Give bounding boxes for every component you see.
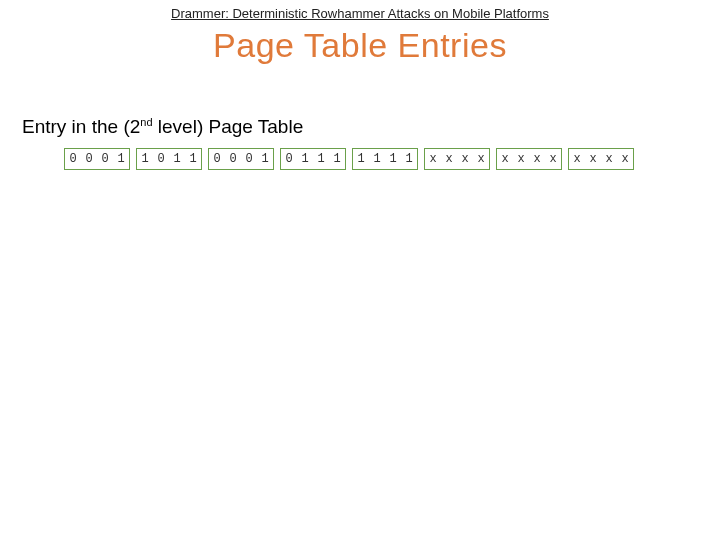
heading-text-2: level) Page Table (153, 116, 304, 137)
bit-cell: 0 (153, 149, 169, 169)
bit-cell: 0 (281, 149, 297, 169)
bit-cell: 1 (169, 149, 185, 169)
bit-cell: 1 (297, 149, 313, 169)
bit-cell: x (569, 149, 585, 169)
bit-cell: 1 (353, 149, 369, 169)
slide: Drammer: Deterministic Rowhammer Attacks… (0, 0, 720, 540)
bit-cell: x (513, 149, 529, 169)
bit-cell: 0 (97, 149, 113, 169)
bit-cell: x (545, 149, 561, 169)
bit-cell: x (617, 149, 633, 169)
bit-group: x x x x (496, 148, 562, 170)
bit-cell: 1 (385, 149, 401, 169)
heading-sup: nd (140, 116, 152, 128)
bit-group: 0 1 1 1 (280, 148, 346, 170)
bit-cell: x (473, 149, 489, 169)
bit-cell: 1 (313, 149, 329, 169)
bit-cell: 0 (65, 149, 81, 169)
bit-cell: x (529, 149, 545, 169)
bit-cell: 0 (225, 149, 241, 169)
heading-text-1: Entry in the (2 (22, 116, 140, 137)
bit-group: 0 0 0 1 (208, 148, 274, 170)
bit-group: 1 1 1 1 (352, 148, 418, 170)
bit-group: x x x x (568, 148, 634, 170)
bit-cell: 1 (137, 149, 153, 169)
bit-cell: x (585, 149, 601, 169)
bit-cell: 1 (185, 149, 201, 169)
bit-cell: 0 (209, 149, 225, 169)
slide-title: Page Table Entries (0, 26, 720, 65)
bit-cell: 0 (81, 149, 97, 169)
section-heading: Entry in the (2nd level) Page Table (22, 116, 303, 138)
bit-group: 0 0 0 1 (64, 148, 130, 170)
bit-cell: x (497, 149, 513, 169)
bit-row: 0 0 0 1 1 0 1 1 0 0 0 1 0 1 1 1 1 1 1 1 (64, 148, 640, 170)
bit-group: 1 0 1 1 (136, 148, 202, 170)
bit-cell: x (601, 149, 617, 169)
bit-cell: x (425, 149, 441, 169)
bit-cell: 1 (401, 149, 417, 169)
bit-group: x x x x (424, 148, 490, 170)
bit-cell: 1 (113, 149, 129, 169)
bit-cell: 1 (329, 149, 345, 169)
bit-cell: 1 (369, 149, 385, 169)
paper-title: Drammer: Deterministic Rowhammer Attacks… (0, 6, 720, 21)
bit-cell: 1 (257, 149, 273, 169)
bit-cell: x (441, 149, 457, 169)
bit-cell: 0 (241, 149, 257, 169)
bit-cell: x (457, 149, 473, 169)
